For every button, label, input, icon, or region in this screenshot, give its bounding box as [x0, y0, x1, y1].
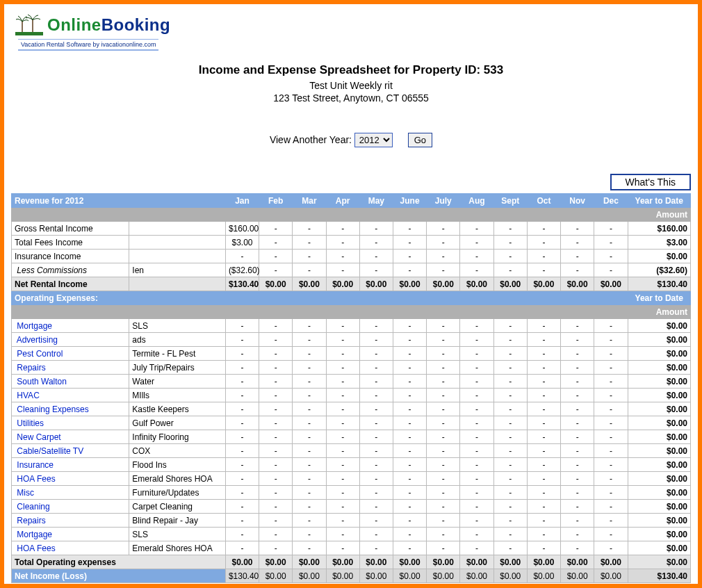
- expense-value: -: [594, 514, 628, 528]
- expense-value: -: [225, 486, 259, 500]
- expense-category[interactable]: Repairs: [12, 361, 129, 375]
- expense-ytd: $0.00: [628, 472, 691, 486]
- expense-category[interactable]: Cable/Satellite TV: [12, 444, 129, 458]
- expense-desc: Carpet Cleaning: [129, 500, 226, 514]
- expense-category[interactable]: South Walton: [12, 375, 129, 389]
- expense-value: -: [225, 514, 259, 528]
- expense-link[interactable]: Misc: [17, 488, 34, 498]
- expense-value: -: [460, 347, 493, 361]
- expense-link[interactable]: Utilities: [17, 418, 44, 428]
- net-income-ytd: $130.40: [628, 569, 691, 583]
- go-button[interactable]: Go: [408, 133, 432, 147]
- revenue-value: -: [527, 250, 560, 263]
- expense-category[interactable]: Cleaning Expenses: [12, 402, 129, 416]
- expense-value: -: [561, 389, 594, 402]
- expense-value: -: [527, 402, 560, 416]
- revenue-ytd: $160.00: [628, 222, 691, 236]
- expense-link[interactable]: Insurance: [17, 460, 54, 470]
- expense-category[interactable]: Utilities: [12, 416, 129, 430]
- expense-category[interactable]: Repairs: [12, 514, 129, 528]
- total-expenses-label: Total Operating expenses: [12, 555, 226, 569]
- revenue-value: -: [259, 236, 293, 250]
- expense-value: -: [259, 347, 293, 361]
- revenue-value: -: [527, 222, 560, 236]
- expense-value: -: [427, 500, 460, 514]
- revenue-value: -: [493, 222, 527, 236]
- expense-ytd: $0.00: [628, 541, 691, 555]
- net-income-value: $0.00: [460, 569, 493, 583]
- expense-value: -: [259, 500, 293, 514]
- expense-link[interactable]: Mortgage: [17, 530, 52, 539]
- expense-category[interactable]: HVAC: [12, 389, 129, 402]
- expense-link[interactable]: HOA Fees: [17, 474, 55, 484]
- expense-value: -: [225, 361, 259, 375]
- expense-category[interactable]: Mortgage: [12, 528, 129, 541]
- expense-category[interactable]: New Carpet: [12, 430, 129, 444]
- expense-value: -: [359, 375, 393, 389]
- expense-link[interactable]: Repairs: [17, 363, 45, 373]
- expense-value: -: [259, 528, 293, 541]
- logo-text: OnlineBooking: [47, 15, 170, 35]
- total-expenses-value: $0.00: [460, 555, 493, 569]
- expense-desc: MIlls: [129, 389, 226, 402]
- expense-category[interactable]: HOA Fees: [12, 541, 129, 555]
- expense-value: -: [427, 458, 460, 472]
- expense-category[interactable]: Cleaning: [12, 500, 129, 514]
- expense-link[interactable]: South Walton: [17, 377, 67, 386]
- revenue-value: -: [460, 263, 493, 277]
- revenue-desc: [129, 222, 226, 236]
- net-income-value: $0.00: [561, 569, 594, 583]
- expense-link[interactable]: HVAC: [17, 391, 39, 400]
- expense-value: -: [359, 430, 393, 444]
- revenue-value: -: [427, 222, 460, 236]
- expense-value: -: [561, 333, 594, 347]
- expense-value: -: [259, 333, 293, 347]
- income-expense-table: Revenue for 2012JanFebMarAprMayJuneJulyA…: [11, 193, 691, 583]
- expense-link[interactable]: Repairs: [17, 516, 45, 525]
- revenue-value: -: [293, 263, 326, 277]
- expense-value: -: [326, 319, 359, 333]
- expense-link[interactable]: New Carpet: [17, 432, 60, 442]
- net-income-value: $0.00: [259, 569, 293, 583]
- expense-category[interactable]: Pest Control: [12, 347, 129, 361]
- revenue-value: -: [561, 236, 594, 250]
- expense-value: -: [359, 444, 393, 458]
- expense-value: -: [561, 444, 594, 458]
- expense-link[interactable]: Pest Control: [17, 349, 63, 359]
- expense-value: -: [393, 500, 426, 514]
- net-rental-value: $0.00: [561, 277, 594, 291]
- net-rental-value: $0.00: [493, 277, 527, 291]
- net-income-label: Net Income (Loss): [12, 569, 226, 583]
- revenue-ytd: ($32.60): [628, 263, 691, 277]
- expense-value: -: [427, 333, 460, 347]
- expense-value: -: [293, 347, 326, 361]
- expense-value: -: [326, 402, 359, 416]
- expense-value: -: [393, 333, 426, 347]
- expense-value: -: [460, 402, 493, 416]
- expense-category[interactable]: Misc: [12, 486, 129, 500]
- whats-this-button[interactable]: What's This: [610, 174, 691, 190]
- expense-value: -: [594, 430, 628, 444]
- expense-category[interactable]: HOA Fees: [12, 472, 129, 486]
- expense-value: -: [225, 319, 259, 333]
- net-rental-label: Net Rental Income: [12, 277, 129, 291]
- revenue-value: -: [359, 263, 393, 277]
- net-rental-value: $0.00: [427, 277, 460, 291]
- net-income-value: $0.00: [427, 569, 460, 583]
- expense-value: -: [427, 347, 460, 361]
- expense-link[interactable]: Mortgage: [17, 321, 52, 331]
- expense-link[interactable]: HOA Fees: [17, 544, 55, 553]
- revenue-value: -: [460, 222, 493, 236]
- expense-value: -: [527, 500, 560, 514]
- expense-link[interactable]: Advertising: [17, 335, 58, 345]
- year-select[interactable]: 2012: [354, 133, 393, 147]
- expense-link[interactable]: Cleaning: [17, 502, 49, 512]
- expense-category[interactable]: Insurance: [12, 458, 129, 472]
- expense-value: -: [293, 541, 326, 555]
- expense-link[interactable]: Cleaning Expenses: [17, 405, 88, 414]
- expense-link[interactable]: Cable/Satellite TV: [17, 446, 83, 456]
- expense-category[interactable]: Advertising: [12, 333, 129, 347]
- expense-value: -: [259, 319, 293, 333]
- revenue-ytd: $3.00: [628, 236, 691, 250]
- expense-category[interactable]: Mortgage: [12, 319, 129, 333]
